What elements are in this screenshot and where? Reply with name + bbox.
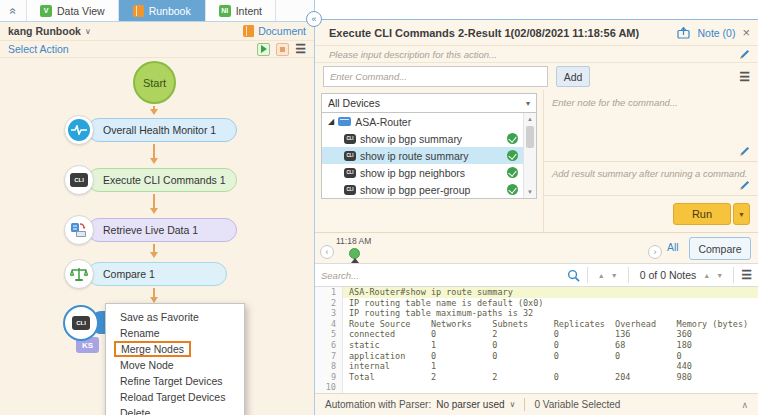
menu-item-merge-nodes[interactable]: Merge Nodes xyxy=(106,341,244,357)
menu-item-move-node[interactable]: Move Node xyxy=(106,357,244,373)
stop-icon xyxy=(280,47,285,52)
node-context-menu: Save as Favorite Rename Merge Nodes Move… xyxy=(105,303,245,415)
find-prev-icon[interactable]: ▲ xyxy=(595,272,608,279)
close-icon[interactable]: × xyxy=(742,26,750,39)
document-button[interactable]: Document xyxy=(243,25,306,37)
runbook-header-row: kang Runbook ∨ Document xyxy=(0,22,314,41)
flow-node-execute-cli-commands-1[interactable]: CLI Execute CLI Commands 1 xyxy=(64,165,237,195)
menu-item-rename[interactable]: Rename xyxy=(106,325,244,341)
tree-command-row[interactable]: CLI show ip bgp summary xyxy=(322,130,536,147)
command-menu-icon[interactable]: ☰ xyxy=(739,71,750,83)
cli-icon-selected[interactable]: CLI xyxy=(63,305,99,341)
collapse-tabs-button[interactable]: « xyxy=(0,0,26,21)
run-options-dropdown[interactable]: ▼ xyxy=(733,203,750,225)
variables-selected: 0 Variable Selected xyxy=(534,399,620,410)
result-summary-field[interactable]: Add result summary after running a comma… xyxy=(544,162,758,196)
description-row: Please input description for this action… xyxy=(315,46,758,63)
compare-button[interactable]: Compare xyxy=(689,237,751,260)
collapse-panel-button[interactable]: « xyxy=(306,11,322,27)
runbook-menu-icon[interactable]: ☰ xyxy=(295,43,306,55)
description-placeholder[interactable]: Please input description for this action… xyxy=(329,49,497,60)
document-icon xyxy=(243,25,254,37)
parser-dropdown[interactable]: No parser used xyxy=(436,399,504,410)
stop-button[interactable] xyxy=(276,43,289,56)
timeline-all-link[interactable]: All xyxy=(667,241,679,253)
chevron-down-icon[interactable]: ∨ xyxy=(85,27,91,36)
select-action-link[interactable]: Select Action xyxy=(8,43,69,55)
collapse-footer-icon[interactable]: ∧ xyxy=(741,400,748,410)
tree-expand-icon[interactable]: ◢ xyxy=(328,117,334,126)
flow-arrow xyxy=(153,144,155,162)
menu-item-refine-target-devices[interactable]: Refine Target Devices xyxy=(106,373,244,389)
edit-summary-pencil-icon[interactable] xyxy=(739,180,750,191)
flow-arrow xyxy=(153,244,155,256)
success-check-icon xyxy=(507,184,518,195)
device-filter-dropdown[interactable]: All Devices ▾ xyxy=(321,93,537,113)
output-menu-icon[interactable]: ☰ xyxy=(741,269,752,281)
flow-node-compare[interactable]: Compare 1 xyxy=(64,259,227,289)
top-tabbar: « V Data View Runbook NI Intent xyxy=(0,0,314,22)
search-icon[interactable] xyxy=(567,269,580,282)
runbook-toolbar: ☰ xyxy=(257,43,306,56)
flow-node-overall-health-monitor[interactable]: Overall Health Monitor 1 xyxy=(64,115,237,145)
note-link[interactable]: Note (0) xyxy=(697,27,735,39)
add-command-button[interactable]: Add xyxy=(556,66,590,87)
scroll-up-icon[interactable]: ▲ xyxy=(524,113,536,125)
cli-icon: CLI xyxy=(344,185,356,195)
output-line: 5connected 0 2 0 136 360 xyxy=(315,329,758,340)
flow-arrow xyxy=(153,288,155,301)
intent-icon: NI xyxy=(219,5,231,17)
tree-device-asa-router[interactable]: ◢ ASA-Router xyxy=(322,113,536,130)
tree-command-row-selected[interactable]: CLI show ip route summary xyxy=(322,147,536,164)
note-next-icon[interactable]: ▼ xyxy=(713,272,726,279)
result-panel-topstrip: « xyxy=(315,0,758,20)
timeline-prev-button[interactable]: ‹ xyxy=(320,245,334,259)
tree-scrollbar[interactable]: ▲ ▼ xyxy=(523,113,536,198)
node-label: Retrieve Live Data 1 xyxy=(87,218,237,242)
command-row: Add ☰ xyxy=(315,63,758,90)
cli-output: 1ASA-Router#show ip route summary 2IP ro… xyxy=(315,287,758,393)
flow-node-start[interactable]: Start xyxy=(133,61,176,104)
app-window: « V Data View Runbook NI Intent kang Run… xyxy=(0,0,758,415)
success-check-icon xyxy=(507,150,518,161)
devices-column: All Devices ▾ ◢ ASA-Router CLI show ip b… xyxy=(315,90,543,232)
chevron-down-icon: ▾ xyxy=(526,99,530,108)
cli-icon: CLI xyxy=(344,151,356,161)
command-note-field[interactable]: Enter note for the command... xyxy=(544,90,758,162)
output-line: 1ASA-Router#show ip route summary xyxy=(315,287,758,298)
tab-label: Intent xyxy=(236,5,262,17)
edit-note-pencil-icon[interactable] xyxy=(739,146,750,157)
device-command-tree: ◢ ASA-Router CLI show ip bgp summary CLI… xyxy=(321,113,537,199)
tree-command-row[interactable]: CLI show ip bgp peer-group xyxy=(322,181,536,198)
timeline-next-button[interactable]: › xyxy=(648,245,662,259)
run-all-button[interactable] xyxy=(257,43,270,56)
timeline-timestamp: 11:18 AM xyxy=(336,236,371,246)
run-button[interactable]: Run xyxy=(673,203,731,225)
menu-item-delete[interactable]: Delete xyxy=(106,405,244,415)
menu-item-reload-target-devices[interactable]: Reload Target Devices xyxy=(106,389,244,405)
node-label: Compare 1 xyxy=(87,262,227,286)
command-input[interactable] xyxy=(323,66,548,87)
run-row: Run ▼ xyxy=(544,196,758,232)
notes-count: 0 of 0 Notes xyxy=(636,269,701,281)
output-line: 9Total 2 2 0 204 980 xyxy=(315,372,758,383)
tab-data-view[interactable]: V Data View xyxy=(26,0,119,21)
runbook-panel: « V Data View Runbook NI Intent kang Run… xyxy=(0,0,314,415)
automation-footer: Automation with Parser: No parser used ∨… xyxy=(315,393,758,415)
chevrons-up-icon: « xyxy=(6,7,20,14)
edit-description-pencil-icon[interactable] xyxy=(739,49,750,60)
scroll-down-icon[interactable]: ▼ xyxy=(524,186,536,198)
tree-command-row[interactable]: CLI show ip bgp neighbors xyxy=(322,164,536,181)
scrollbar-thumb[interactable] xyxy=(526,126,534,148)
open-in-window-icon[interactable] xyxy=(677,27,690,39)
search-input[interactable] xyxy=(321,270,567,281)
output-line: 6static 1 0 0 68 180 xyxy=(315,340,758,351)
flow-node-retrieve-live-data[interactable]: Retrieve Live Data 1 xyxy=(64,215,237,245)
note-prev-icon[interactable]: ▲ xyxy=(700,272,713,279)
menu-item-save-as-favorite[interactable]: Save as Favorite xyxy=(106,309,244,325)
tab-runbook[interactable]: Runbook xyxy=(119,0,205,21)
chevron-down-icon[interactable]: ∨ xyxy=(510,400,516,409)
tab-intent[interactable]: NI Intent xyxy=(205,0,276,21)
runbook-name[interactable]: kang Runbook xyxy=(8,25,81,37)
find-next-icon[interactable]: ▼ xyxy=(608,272,621,279)
